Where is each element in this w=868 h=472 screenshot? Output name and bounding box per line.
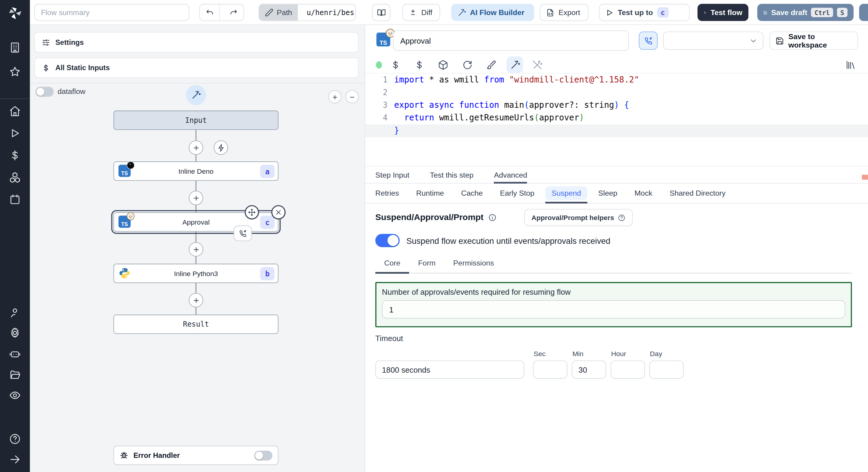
insert-step-button[interactable]: [189, 293, 203, 307]
tab-runtime[interactable]: Runtime: [416, 183, 444, 203]
tab-suspend[interactable]: Suspend: [552, 183, 581, 203]
insert-step-button[interactable]: [189, 191, 203, 205]
add-trigger-button[interactable]: [214, 141, 228, 155]
code-line[interactable]: return wmill.getResumeUrls(approver): [394, 112, 868, 124]
dollar-icon: [390, 59, 401, 70]
approval-suspend-badge: [234, 226, 252, 241]
tab-retries[interactable]: Retries: [375, 183, 399, 203]
approvals-required-input[interactable]: [382, 300, 845, 318]
tab-advanced[interactable]: Advanced: [494, 166, 527, 183]
help-icon[interactable]: [9, 433, 21, 445]
timeout-seconds-input[interactable]: [375, 361, 524, 379]
subtab-form[interactable]: Form: [409, 252, 444, 272]
ai-flow-builder-label: AI Flow Builder: [470, 8, 524, 17]
dataflow-toggle[interactable]: [36, 87, 54, 97]
variable-picker-button[interactable]: [389, 58, 402, 71]
export-button[interactable]: Export: [540, 4, 589, 21]
flow-settings-button[interactable]: Settings: [34, 32, 359, 53]
insert-step-button[interactable]: [189, 141, 203, 155]
tab-mock[interactable]: Mock: [634, 183, 652, 203]
undo-button[interactable]: [200, 4, 220, 21]
error-handler-card[interactable]: Error Handler: [114, 445, 278, 465]
day-input[interactable]: [649, 361, 684, 379]
paintbrush-icon: [486, 59, 496, 70]
test-up-to-button[interactable]: Test up to c: [599, 4, 689, 21]
code-editor[interactable]: 12345 import * as wmill from "windmill-c…: [365, 73, 868, 166]
workers-robot-icon[interactable]: [9, 348, 21, 360]
hour-input[interactable]: [611, 361, 645, 379]
tab-early-stop[interactable]: Early Stop: [500, 183, 534, 203]
ai-wand-button[interactable]: [186, 85, 206, 105]
tab-sleep[interactable]: Sleep: [598, 183, 617, 203]
test-flow-button[interactable]: Test flow: [698, 4, 748, 21]
windmill-logo-icon[interactable]: [7, 5, 23, 21]
min-input[interactable]: [572, 361, 606, 379]
step-name-input[interactable]: [393, 30, 629, 51]
test-flow-label: Test flow: [710, 8, 742, 17]
suspend-toggle-row: Suspend flow execution until events/appr…: [375, 234, 610, 247]
save-to-workspace-button[interactable]: Save to workspace: [770, 32, 858, 50]
suspend-phone-button[interactable]: [639, 32, 658, 50]
tab-shared-directory[interactable]: Shared Directory: [670, 183, 725, 203]
tab-step-input[interactable]: Step Input: [375, 166, 409, 183]
diff-button[interactable]: Diff: [402, 4, 440, 21]
move-node-button[interactable]: [245, 205, 259, 220]
runs-play-icon[interactable]: [9, 127, 21, 139]
tab-cache[interactable]: Cache: [461, 183, 483, 203]
reload-button[interactable]: [461, 58, 474, 71]
redo-button[interactable]: [224, 4, 244, 21]
favorites-star-icon[interactable]: [9, 66, 21, 78]
collapse-arrow-icon[interactable]: [9, 453, 21, 465]
settings-gear-icon[interactable]: [9, 327, 21, 339]
flow-input-node[interactable]: Input: [114, 110, 278, 130]
suspend-toggle[interactable]: [375, 234, 400, 247]
sec-input[interactable]: [533, 361, 567, 379]
flow-node-inline-deno[interactable]: TS Inline Deno a: [114, 161, 278, 180]
package-icon: [438, 59, 448, 70]
delete-node-button[interactable]: [271, 205, 286, 220]
path-value[interactable]: u/henri/bes: [302, 4, 356, 21]
zoom-out-button[interactable]: −: [345, 90, 359, 103]
zoom-in-button[interactable]: +: [328, 90, 341, 103]
insert-step-button[interactable]: [189, 242, 203, 257]
workspace-building-icon[interactable]: [9, 41, 21, 54]
package-button[interactable]: [436, 58, 450, 71]
folders-icon[interactable]: [9, 369, 21, 381]
resources-boxes-icon[interactable]: [9, 171, 21, 183]
resource-picker-button[interactable]: [412, 58, 426, 71]
schedules-calendar-icon[interactable]: [9, 194, 21, 206]
path-button[interactable]: Path: [259, 4, 298, 21]
subtab-permissions[interactable]: Permissions: [444, 252, 503, 272]
code-line[interactable]: export async function main(approver?: st…: [394, 99, 868, 112]
ai-disabled-button[interactable]: [530, 58, 544, 71]
audit-eye-icon[interactable]: [9, 389, 21, 401]
deploy-button-partial[interactable]: [859, 4, 868, 21]
flow-summary-input[interactable]: [34, 4, 189, 21]
users-person-icon[interactable]: [9, 307, 21, 319]
home-icon[interactable]: [9, 105, 21, 117]
wand-sparkles-icon: [510, 59, 520, 70]
library-button[interactable]: [844, 58, 857, 71]
path-button-group: Path u/henri/bes: [258, 4, 356, 21]
subtab-core[interactable]: Core: [375, 252, 409, 272]
result-node-label: Result: [183, 320, 209, 328]
code-line[interactable]: }: [365, 124, 868, 137]
tag-select[interactable]: [663, 32, 763, 50]
tab-test-this-step[interactable]: Test this step: [430, 166, 473, 183]
all-static-inputs-button[interactable]: All Static Inputs: [34, 58, 359, 78]
ai-assistant-button[interactable]: [507, 56, 523, 73]
redo-icon: [229, 8, 238, 17]
variables-dollar-icon[interactable]: [9, 149, 21, 161]
approval-prompt-helpers-button[interactable]: Approval/Prompt helpers: [524, 209, 633, 226]
line-number: 4: [365, 112, 387, 124]
flow-result-node[interactable]: Result: [114, 314, 278, 334]
ai-flow-builder-button[interactable]: AI Flow Builder: [451, 4, 534, 21]
docs-button[interactable]: [372, 4, 390, 21]
code-line[interactable]: [394, 87, 868, 99]
error-handler-toggle[interactable]: [254, 450, 273, 460]
info-icon[interactable]: [488, 213, 496, 222]
flow-node-inline-python[interactable]: Inline Python3 b: [114, 264, 278, 283]
format-button[interactable]: [484, 58, 498, 71]
code-line[interactable]: import * as wmill from "windmill-client@…: [394, 73, 868, 86]
save-draft-button[interactable]: Save draft Ctrl S: [757, 4, 854, 21]
